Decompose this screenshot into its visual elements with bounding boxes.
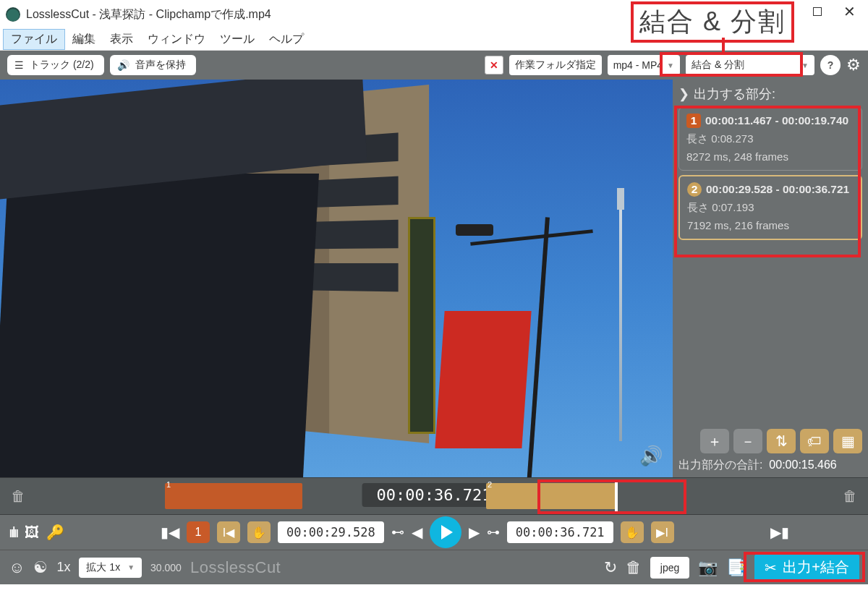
- volume-icon[interactable]: 🔊: [639, 445, 663, 467]
- export-label: 出力+結合: [783, 558, 849, 577]
- segment-badge: 1: [686, 114, 701, 128]
- timeline-clip-1[interactable]: 1: [165, 483, 302, 509]
- work-folder-select[interactable]: 作業フォルダ指定: [509, 55, 602, 75]
- list-icon: ☰: [14, 59, 24, 71]
- keyframes-icon[interactable]: 🔑: [46, 524, 64, 541]
- step-back-button[interactable]: ◀: [412, 524, 422, 541]
- toolbar: ☰ トラック (2/2) 🔊 音声を保持 ✕ 作業フォルダ指定 mp4 - MP…: [0, 51, 868, 80]
- step-forward-button[interactable]: ▶: [469, 524, 480, 541]
- out-timecode[interactable]: 00:00:36.721: [507, 521, 613, 543]
- playback-controls: ıılıı 🖼 🔑 ▮◀ 1 I◀ ✋ 00:00:29.528 ⊷ ◀ ▶ ⊶…: [0, 515, 868, 550]
- segment-length: 長さ 0:08.273: [686, 132, 856, 146]
- jump-start-button[interactable]: I◀: [217, 521, 240, 543]
- timeline-track[interactable]: 1 00:00:36.721 2: [29, 483, 839, 509]
- bottom-bar: ☺ ☯ 1x 拡大 1x ▼ 30.000 LosslessCut ↻ 🗑 jp…: [0, 550, 868, 584]
- chevron-right-icon: ❯: [678, 86, 689, 102]
- waveform-icon[interactable]: ıılıı: [9, 524, 17, 541]
- segment-range: 00:00:29.528 - 00:00:36.721: [706, 183, 849, 196]
- maximize-button[interactable]: [801, 0, 833, 23]
- clear-work-folder-button[interactable]: ✕: [485, 56, 503, 74]
- app-icon: [6, 7, 20, 22]
- tracks-button[interactable]: ☰ トラック (2/2): [7, 55, 104, 75]
- grid-button[interactable]: ▦: [833, 429, 862, 453]
- set-in-button[interactable]: ✋: [247, 521, 271, 543]
- chevron-down-icon: ▼: [667, 61, 674, 69]
- snapshot-format[interactable]: jpeg: [650, 557, 689, 579]
- work-folder-label: 作業フォルダ指定: [515, 59, 596, 72]
- rotate-icon[interactable]: ↻: [604, 558, 617, 577]
- segments-header[interactable]: ❯ 出力する部分:: [678, 85, 862, 103]
- menu-help[interactable]: ヘルプ: [262, 30, 311, 49]
- camera-icon[interactable]: 📷: [698, 558, 718, 577]
- playback-speed[interactable]: 1x: [56, 560, 70, 575]
- trash-left-icon[interactable]: 🗑: [7, 488, 29, 505]
- person-icon[interactable]: ☺: [9, 558, 25, 577]
- calendar-icon[interactable]: 📑: [726, 558, 746, 577]
- menu-view[interactable]: 表示: [103, 30, 140, 49]
- keyframe-left-icon[interactable]: ⊷: [391, 524, 404, 540]
- segment-detail: 8272 ms, 248 frames: [686, 150, 856, 163]
- play-button[interactable]: [430, 516, 461, 548]
- menu-window[interactable]: ウィンドウ: [140, 30, 213, 49]
- timeline[interactable]: 🗑 1 00:00:36.721 2 🗑: [0, 477, 868, 515]
- prev-segment-button[interactable]: ▮◀: [161, 524, 179, 541]
- segments-total: 出力部分の合計: 00:00:15.466: [678, 458, 862, 473]
- keyframe-right-icon[interactable]: ⊶: [487, 524, 500, 540]
- segment-range: 00:00:11.467 - 00:00:19.740: [705, 114, 848, 127]
- segments-panel: ❯ 出力する部分: 1 00:00:11.467 - 00:00:19.740 …: [673, 80, 868, 477]
- next-segment-button[interactable]: ▶▮: [770, 524, 789, 541]
- keep-audio-button[interactable]: 🔊 音声を保持: [110, 55, 196, 75]
- mode-select[interactable]: 結合 & 分割 ▼: [686, 55, 814, 75]
- format-label: mp4 - MP4: [613, 59, 663, 71]
- reorder-button[interactable]: ⇅: [767, 429, 796, 453]
- timeline-clip-2[interactable]: 2: [486, 483, 616, 509]
- fps-value: 30.000: [150, 562, 182, 573]
- help-button[interactable]: ?: [820, 55, 841, 75]
- tracks-label: トラック (2/2): [30, 59, 94, 72]
- segment-item-1[interactable]: 1 00:00:11.467 - 00:00:19.740 長さ 0:08.27…: [678, 107, 862, 171]
- yinyang-icon[interactable]: ☯: [33, 558, 48, 577]
- annotation-callout: 結合 & 分割: [631, 1, 794, 43]
- export-button[interactable]: ✂ 出力+結合: [754, 554, 859, 581]
- scissors-icon: ✂: [765, 559, 777, 576]
- tag-button[interactable]: 🏷: [800, 429, 829, 453]
- set-out-button[interactable]: ✋: [621, 521, 644, 543]
- menu-edit[interactable]: 編集: [65, 30, 103, 49]
- chevron-down-icon: ▼: [127, 563, 135, 571]
- in-timecode[interactable]: 00:00:29.528: [278, 521, 384, 543]
- remove-segment-button[interactable]: －: [733, 429, 762, 453]
- timeline-current-time[interactable]: 00:00:36.721: [362, 483, 506, 507]
- keep-audio-label: 音声を保持: [135, 59, 186, 72]
- thumbnails-icon[interactable]: 🖼: [25, 524, 39, 541]
- segment-item-2[interactable]: 2 00:00:29.528 - 00:00:36.721 長さ 0:07.19…: [678, 175, 862, 240]
- zoom-select[interactable]: 拡大 1x ▼: [79, 558, 142, 578]
- close-button[interactable]: ✕: [833, 0, 865, 23]
- menu-file[interactable]: ファイル: [3, 29, 65, 50]
- format-select[interactable]: mp4 - MP4 ▼: [608, 55, 680, 75]
- jump-end-button[interactable]: ▶I: [651, 521, 674, 543]
- app-brand: LosslessCut: [190, 558, 281, 577]
- add-segment-button[interactable]: ＋: [700, 429, 729, 453]
- segment-length: 長さ 0:07.193: [687, 201, 855, 215]
- mode-label: 結合 & 分割: [692, 59, 744, 72]
- window-title: LosslessCut - 浅草探訪 - Clipchampで作成.mp4: [26, 7, 271, 22]
- delete-icon[interactable]: 🗑: [626, 558, 642, 577]
- segment-detail: 7192 ms, 216 frames: [687, 219, 855, 231]
- segment-badge: 2: [687, 182, 702, 197]
- video-preview[interactable]: 🔊: [0, 80, 673, 477]
- trash-right-icon[interactable]: 🗑: [839, 488, 861, 505]
- chevron-down-icon: ▼: [801, 61, 809, 69]
- current-segment-badge[interactable]: 1: [187, 521, 210, 543]
- speaker-icon: 🔊: [117, 59, 129, 71]
- menu-tools[interactable]: ツール: [213, 30, 262, 49]
- settings-button[interactable]: ⚙: [846, 56, 861, 74]
